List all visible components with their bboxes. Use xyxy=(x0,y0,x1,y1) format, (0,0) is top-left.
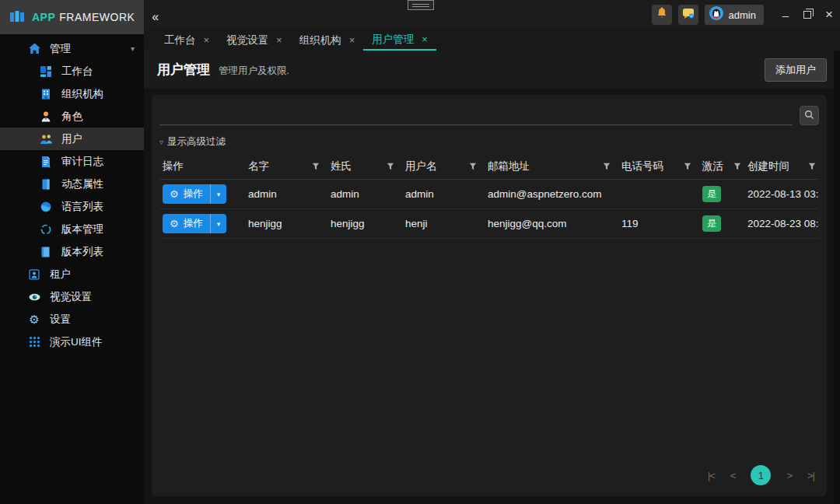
close-icon[interactable]: × xyxy=(422,33,428,45)
filter-icon[interactable] xyxy=(387,161,394,173)
sidebar-item-label: 用户 xyxy=(61,132,82,146)
close-button[interactable]: × xyxy=(818,0,840,30)
first-page-button[interactable]: |< xyxy=(708,470,715,481)
cell-email: henjigg@qq.com xyxy=(485,209,618,239)
maximize-icon xyxy=(803,11,811,19)
chevron-down-icon: ▾ xyxy=(131,44,135,53)
page-header: 用户管理 管理用户及权限. 添加用户 xyxy=(144,51,840,89)
sidebar-item-label: 版本管理 xyxy=(61,222,103,236)
row-actions-button[interactable]: ⚙操作 ▾ xyxy=(163,214,226,233)
scrollbar-track[interactable] xyxy=(834,30,840,504)
dashboard-icon xyxy=(39,65,53,79)
sidebar-item-label: 角色 xyxy=(61,110,82,124)
sidebar-item-label: 语言列表 xyxy=(61,200,103,214)
tab-label: 视觉设置 xyxy=(226,33,268,47)
globe-icon xyxy=(39,200,53,214)
tab-user-management[interactable]: 用户管理 × xyxy=(363,30,436,51)
chevron-down-icon[interactable]: ▾ xyxy=(210,214,227,233)
bell-icon xyxy=(656,7,668,23)
search-button[interactable] xyxy=(800,106,819,125)
cell-username: admin xyxy=(402,180,485,209)
tab-visual-settings[interactable]: 视觉设置 × xyxy=(218,30,291,51)
next-page-button[interactable]: > xyxy=(786,470,792,481)
close-icon[interactable]: × xyxy=(276,34,282,46)
cell-created: 2022-08-13 03:33: xyxy=(744,180,819,209)
search-input[interactable] xyxy=(159,105,793,125)
maximize-button[interactable] xyxy=(796,0,818,30)
sidebar-item-edition-management[interactable]: 版本管理 xyxy=(0,218,144,240)
sidebar-item-workbench[interactable]: 工作台 xyxy=(0,60,144,82)
column-header-surname: 姓氏 xyxy=(327,154,402,180)
column-header-phone: 电话号码 xyxy=(618,154,699,180)
tab-workbench[interactable]: 工作台 × xyxy=(156,30,218,51)
sidebar-item-edition-list[interactable]: 版本列表 xyxy=(0,240,144,263)
sidebar-item-visual-settings[interactable]: 视觉设置 xyxy=(0,285,144,308)
minimize-button[interactable]: – xyxy=(775,0,796,30)
filter-icon[interactable] xyxy=(312,161,320,173)
sidebar-item-label: 组织机构 xyxy=(61,87,103,101)
column-header-actions: 操作 xyxy=(159,154,245,180)
sidebar: 管理 ▾ 工作台 组织机构 角色 用户 审计日志 动态属性 语言列表 版本管理 … xyxy=(0,34,144,504)
book-icon xyxy=(39,245,53,259)
gear-icon: ⚙ xyxy=(170,218,179,229)
prev-page-button[interactable]: < xyxy=(730,470,736,481)
logo-text-accent: APP xyxy=(32,11,55,23)
search-icon xyxy=(804,109,814,123)
close-icon[interactable]: × xyxy=(204,34,210,46)
filter-icon[interactable] xyxy=(469,161,477,173)
filter-icon[interactable] xyxy=(733,161,741,173)
sidebar-collapse-button[interactable]: « xyxy=(152,10,159,24)
sidebar-group-admin[interactable]: 管理 ▾ xyxy=(0,37,144,60)
tab-label: 工作台 xyxy=(164,33,196,47)
sidebar-item-label: 版本列表 xyxy=(61,245,103,259)
current-page-button[interactable]: 1 xyxy=(751,465,771,485)
cell-email: admin@aspnetzero.com xyxy=(485,180,618,209)
column-header-created: 创建时间 xyxy=(744,154,819,180)
users-table: 操作 名字 姓氏 用户名 邮箱地址 电话号码 激活 创建时间 xyxy=(159,154,819,239)
cell-phone xyxy=(618,180,699,209)
sidebar-item-label: 管理 xyxy=(50,42,71,56)
gear-icon: ⚙ xyxy=(170,188,179,200)
add-user-button[interactable]: 添加用户 xyxy=(765,58,827,82)
sidebar-item-label: 动态属性 xyxy=(61,177,103,191)
actions-label: 操作 xyxy=(184,217,203,230)
close-icon[interactable]: × xyxy=(349,34,355,46)
sidebar-item-tenants[interactable]: 租户 xyxy=(0,263,144,285)
sidebar-item-settings[interactable]: ⚙ 设置 xyxy=(0,308,144,331)
sidebar-item-languages[interactable]: 语言列表 xyxy=(0,195,144,218)
drag-handle-widget[interactable] xyxy=(408,0,434,10)
user-menu[interactable]: admin xyxy=(705,5,764,25)
sidebar-item-users[interactable]: 用户 xyxy=(0,128,144,150)
tab-label: 用户管理 xyxy=(372,33,414,47)
logo-text: FRAMEWORK xyxy=(59,11,135,23)
sidebar-item-organization[interactable]: 组织机构 xyxy=(0,82,144,105)
sidebar-item-label: 租户 xyxy=(50,268,71,282)
filter-toggle-label: 显示高级过滤 xyxy=(167,136,226,147)
sidebar-item-demo-ui[interactable]: 演示UI组件 xyxy=(0,331,144,353)
chevron-down-icon[interactable]: ▾ xyxy=(210,184,227,204)
column-header-active: 激活 xyxy=(699,154,744,180)
advanced-filter-toggle[interactable]: ▿显示高级过滤 xyxy=(159,135,819,149)
filter-icon[interactable] xyxy=(808,161,816,173)
chat-icon xyxy=(682,7,695,23)
notifications-button[interactable] xyxy=(652,5,672,25)
row-actions-button[interactable]: ⚙操作 ▾ xyxy=(163,184,226,204)
id-badge-icon xyxy=(27,268,41,282)
last-page-button[interactable]: >| xyxy=(807,470,814,481)
eye-icon xyxy=(27,290,41,304)
messages-button[interactable] xyxy=(678,5,698,25)
sidebar-item-label: 工作台 xyxy=(61,65,93,79)
person-icon xyxy=(39,110,53,124)
tab-organization[interactable]: 组织机构 × xyxy=(291,30,364,51)
cell-surname: admin xyxy=(327,180,402,209)
sidebar-item-audit-logs[interactable]: 审计日志 xyxy=(0,150,144,173)
active-badge: 是 xyxy=(702,215,721,232)
avatar xyxy=(709,6,723,23)
sidebar-item-dynamic-properties[interactable]: 动态属性 xyxy=(0,173,144,195)
sidebar-item-roles[interactable]: 角色 xyxy=(0,105,144,128)
pagination: |< < 1 > >| xyxy=(708,465,814,485)
cell-phone: 119 xyxy=(618,209,699,239)
filter-icon[interactable] xyxy=(684,161,691,173)
page-subtitle: 管理用户及权限. xyxy=(219,62,289,78)
filter-icon[interactable] xyxy=(603,161,611,173)
